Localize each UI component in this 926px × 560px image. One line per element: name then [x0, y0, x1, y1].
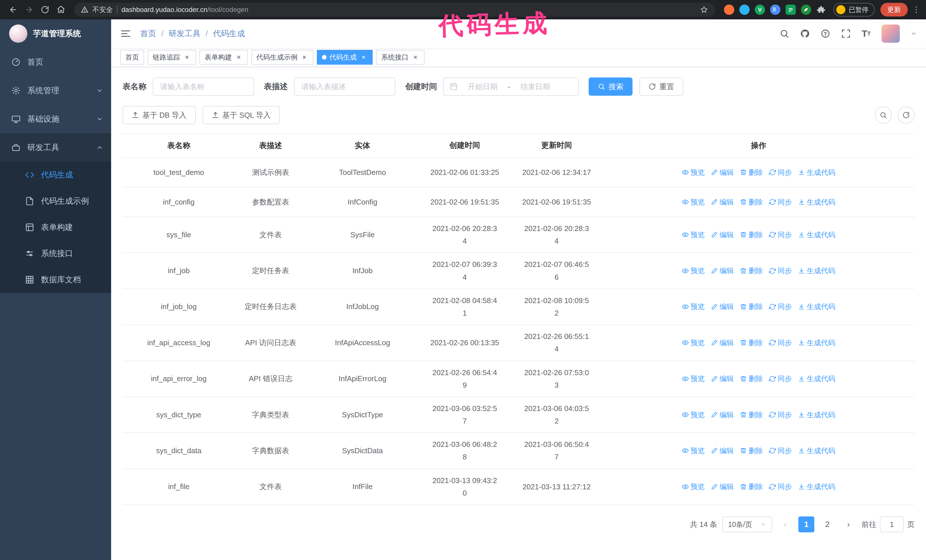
- next-page-button[interactable]: ›: [841, 516, 856, 532]
- preview-link[interactable]: 预览: [682, 446, 705, 456]
- page-button-2[interactable]: 2: [819, 516, 835, 532]
- prev-page-button[interactable]: ‹: [777, 516, 793, 532]
- tab-codegen[interactable]: 代码生成×: [317, 50, 373, 65]
- preview-link[interactable]: 预览: [682, 338, 705, 347]
- sync-link[interactable]: 同步: [769, 338, 792, 347]
- delete-link[interactable]: 删除: [740, 266, 763, 275]
- edit-link[interactable]: 编辑: [711, 410, 734, 420]
- forward-icon[interactable]: [22, 2, 36, 17]
- tab-form-builder[interactable]: 表单构建×: [200, 50, 248, 65]
- bookmark-star-icon[interactable]: [700, 6, 708, 14]
- page-button-1[interactable]: 1: [798, 516, 814, 532]
- reset-button[interactable]: 重置: [639, 77, 683, 96]
- close-icon[interactable]: ×: [412, 53, 419, 61]
- preview-link[interactable]: 预览: [682, 230, 705, 240]
- user-avatar[interactable]: [882, 24, 900, 43]
- preview-link[interactable]: 预览: [682, 168, 705, 177]
- fox-ext-icon[interactable]: [724, 5, 734, 15]
- profile-paused-badge[interactable]: 已暂停: [834, 3, 875, 17]
- v-ext-icon[interactable]: V: [755, 5, 765, 15]
- github-icon[interactable]: [800, 29, 810, 38]
- edit-link[interactable]: 编辑: [711, 302, 734, 311]
- chrome-update-button[interactable]: 更新: [881, 3, 908, 17]
- sync-link[interactable]: 同步: [769, 266, 792, 275]
- close-icon[interactable]: ×: [235, 53, 243, 61]
- search-button[interactable]: 搜索: [589, 77, 632, 96]
- edit-link[interactable]: 编辑: [711, 446, 734, 456]
- sync-link[interactable]: 同步: [769, 482, 792, 491]
- close-icon[interactable]: ×: [300, 53, 308, 61]
- sync-link[interactable]: 同步: [769, 410, 792, 420]
- edit-link[interactable]: 编辑: [711, 198, 734, 207]
- tab-tracing[interactable]: 链路追踪×: [148, 50, 196, 65]
- import-db-button[interactable]: 基于 DB 导入: [123, 106, 196, 124]
- sync-link[interactable]: 同步: [769, 446, 792, 456]
- delete-link[interactable]: 删除: [740, 374, 763, 383]
- font-size-icon[interactable]: TT: [862, 29, 871, 38]
- sync-link[interactable]: 同步: [769, 374, 792, 383]
- sidebar-item-system-management[interactable]: 系统管理: [0, 76, 111, 105]
- sidebar-item-home[interactable]: 首页: [0, 48, 111, 76]
- generate-code-link[interactable]: 生成代码: [798, 230, 835, 240]
- delete-link[interactable]: 删除: [740, 446, 763, 456]
- generate-code-link[interactable]: 生成代码: [798, 266, 835, 275]
- edit-link[interactable]: 编辑: [711, 482, 734, 491]
- generate-code-link[interactable]: 生成代码: [798, 198, 835, 207]
- delete-link[interactable]: 删除: [740, 302, 763, 311]
- preview-link[interactable]: 预览: [682, 410, 705, 420]
- preview-link[interactable]: 预览: [682, 266, 705, 275]
- sync-link[interactable]: 同步: [769, 230, 792, 240]
- search-toggle-button[interactable]: [875, 107, 892, 124]
- fullscreen-icon[interactable]: [841, 29, 851, 38]
- edit-link[interactable]: 编辑: [711, 230, 734, 240]
- help-icon[interactable]: [820, 29, 830, 38]
- edit-link[interactable]: 编辑: [711, 338, 734, 347]
- app-logo[interactable]: 芋道管理系统: [0, 20, 111, 48]
- edit-link[interactable]: 编辑: [711, 168, 734, 177]
- table-name-input[interactable]: [153, 77, 254, 96]
- back-icon[interactable]: [6, 2, 21, 17]
- sync-link[interactable]: 同步: [769, 168, 792, 177]
- generate-code-link[interactable]: 生成代码: [798, 374, 835, 383]
- sidebar-item-db-docs[interactable]: 数据库文档: [0, 267, 111, 293]
- delete-link[interactable]: 删除: [740, 482, 763, 491]
- import-sql-button[interactable]: 基于 SQL 导入: [203, 106, 280, 124]
- generate-code-link[interactable]: 生成代码: [798, 338, 835, 347]
- preview-link[interactable]: 预览: [682, 302, 705, 311]
- delete-link[interactable]: 删除: [740, 410, 763, 420]
- delete-link[interactable]: 删除: [740, 198, 763, 207]
- hamburger-icon[interactable]: [120, 28, 131, 39]
- date-range-picker[interactable]: -: [443, 77, 579, 96]
- generate-code-link[interactable]: 生成代码: [798, 302, 835, 311]
- tab-system-api[interactable]: 系统接口×: [376, 50, 425, 65]
- table-desc-input[interactable]: [294, 77, 395, 96]
- generate-code-link[interactable]: 生成代码: [798, 168, 835, 177]
- sidebar-item-code-generation[interactable]: 代码生成: [0, 162, 111, 188]
- tab-codegen-example[interactable]: 代码生成示例×: [251, 50, 313, 65]
- refresh-table-button[interactable]: [897, 107, 915, 124]
- search-icon[interactable]: [779, 29, 789, 38]
- puzzle-ext-icon[interactable]: [816, 5, 826, 15]
- reload-icon[interactable]: [38, 2, 53, 17]
- bars-ext-icon[interactable]: [785, 5, 796, 15]
- preview-link[interactable]: 预览: [682, 198, 705, 207]
- delete-link[interactable]: 删除: [740, 230, 763, 240]
- sidebar-item-code-generation-example[interactable]: 代码生成示例: [0, 188, 111, 214]
- drop-ext-icon[interactable]: [739, 5, 750, 15]
- close-icon[interactable]: ×: [183, 53, 191, 61]
- sync-link[interactable]: 同步: [769, 302, 792, 311]
- address-bar[interactable]: 不安全 dashboard.yudao.iocoder.cn/tool/code…: [74, 3, 715, 17]
- edit-link[interactable]: 编辑: [711, 374, 734, 383]
- generate-code-link[interactable]: 生成代码: [798, 446, 835, 456]
- page-size-select[interactable]: 10条/页: [722, 516, 772, 532]
- delete-link[interactable]: 删除: [740, 338, 763, 347]
- breadcrumb-dev-tools[interactable]: 研发工具: [169, 28, 201, 39]
- home-icon[interactable]: [54, 2, 68, 17]
- breadcrumb-home[interactable]: 首页: [140, 28, 156, 39]
- sidebar-item-dev-tools[interactable]: 研发工具: [0, 133, 111, 162]
- date-end-input[interactable]: [514, 82, 557, 91]
- date-start-input[interactable]: [461, 82, 504, 91]
- edit-link[interactable]: 编辑: [711, 266, 734, 275]
- leaf-ext-icon[interactable]: [801, 5, 811, 15]
- preview-link[interactable]: 预览: [682, 374, 705, 383]
